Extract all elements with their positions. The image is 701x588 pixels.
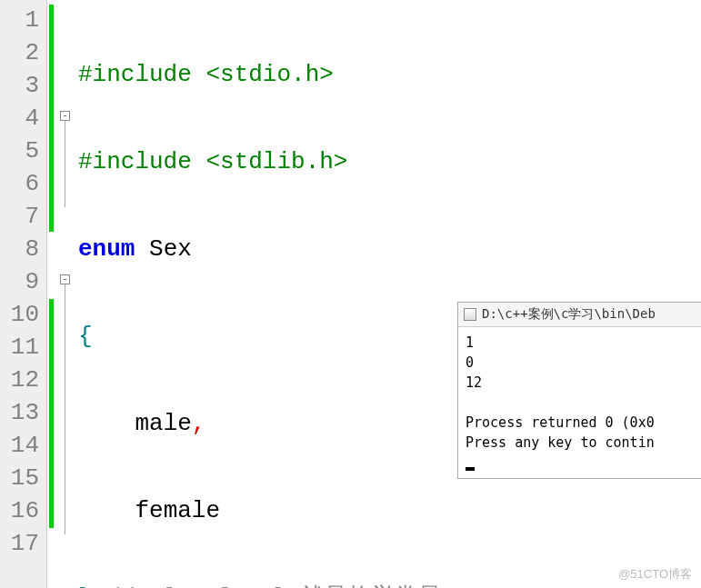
line-number: 2: [4, 36, 39, 69]
fold-guide: [65, 284, 65, 534]
line-number: 4: [4, 102, 39, 135]
line-number: 9: [4, 265, 39, 298]
code-line: enum Sex: [78, 233, 701, 265]
fold-guide: [65, 121, 65, 207]
line-number: 6: [4, 167, 39, 200]
console-app-icon: [464, 308, 476, 321]
code-area[interactable]: #include <stdio.h> #include <stdlib.h> e…: [75, 0, 701, 588]
line-number: 15: [4, 462, 39, 494]
console-window[interactable]: D:\c++案例\c学习\bin\Deb 1 0 12 Process retu…: [457, 302, 701, 479]
line-number: 13: [4, 396, 39, 429]
line-number: 12: [4, 364, 39, 396]
line-number: 1: [4, 4, 39, 36]
code-line: #include <stdio.h>: [78, 58, 701, 91]
line-number: 17: [4, 527, 39, 560]
line-number-gutter: 1 2 3 4 5 6 7 8 9 10 11 12 13 14 15 16 1…: [0, 0, 47, 588]
code-line: };//male、female就是枚举常量: [78, 582, 701, 588]
line-number: 11: [4, 331, 39, 364]
line-number: 8: [4, 233, 39, 265]
fold-toggle-icon[interactable]: -: [60, 111, 70, 121]
change-marker: [49, 299, 54, 528]
code-line: female: [78, 494, 701, 527]
change-marker: [49, 5, 54, 232]
console-titlebar[interactable]: D:\c++案例\c学习\bin\Deb: [458, 303, 701, 327]
line-number: 5: [4, 135, 39, 167]
line-number: 10: [4, 298, 39, 331]
console-title-text: D:\c++案例\c学习\bin\Deb: [482, 306, 656, 323]
change-marker-column: [47, 0, 58, 588]
fold-column: - -: [58, 0, 75, 588]
line-number: 3: [4, 69, 39, 102]
console-cursor: [466, 467, 475, 471]
line-number: 14: [4, 429, 39, 462]
watermark: @51CTO博客: [618, 566, 692, 583]
line-number: 16: [4, 494, 39, 527]
code-editor[interactable]: 1 2 3 4 5 6 7 8 9 10 11 12 13 14 15 16 1…: [0, 0, 701, 588]
code-line: #include <stdlib.h>: [78, 145, 701, 178]
line-number: 7: [4, 200, 39, 233]
console-output: 1 0 12 Process returned 0 (0x0 Press any…: [458, 327, 701, 478]
fold-toggle-icon[interactable]: -: [60, 274, 70, 284]
